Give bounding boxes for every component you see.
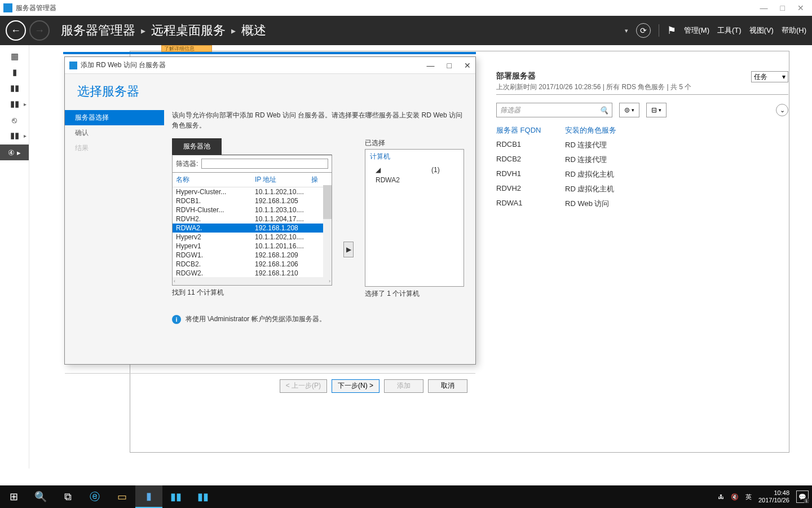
dropdown-icon[interactable]: ▾ — [625, 27, 628, 34]
tree-group[interactable]: ◢ (1) — [370, 166, 459, 174]
dialog-minimize-button[interactable]: — — [427, 61, 435, 70]
rail-dashboard-icon[interactable]: ▦ — [0, 49, 29, 64]
deployment-row[interactable]: RDCB2RD 连接代理 — [496, 152, 788, 167]
step-select[interactable]: 服务器选择 — [65, 110, 164, 125]
menu-help[interactable]: 帮助(H) — [782, 25, 806, 36]
collapse-icon[interactable]: ◢ — [376, 166, 381, 174]
deployment-row[interactable]: RDCB1RD 连接代理 — [496, 138, 788, 152]
pool-row[interactable]: RDCB1.192.168.1.205 — [173, 196, 332, 205]
selected-count: 选择了 1 个计算机 — [365, 289, 464, 299]
step-confirm[interactable]: 确认 — [65, 125, 164, 141]
taskview-button[interactable]: ⧉ — [54, 485, 81, 508]
cancel-button[interactable]: 取消 — [428, 379, 467, 393]
filter-input[interactable]: 筛选器 🔍 — [496, 103, 612, 117]
col-os[interactable]: 操 — [311, 175, 318, 185]
pool-list: 名称 IP 地址 操 Hyperv-Cluster...10.1.1.202,1… — [172, 173, 332, 286]
step-result: 结果 — [65, 141, 164, 156]
found-count: 找到 11 个计算机 — [172, 288, 332, 297]
rail-file-icon[interactable]: ▮▮▸ — [0, 96, 29, 112]
refresh-icon[interactable]: ⟳ — [636, 23, 651, 38]
dialog-maximize-button[interactable]: □ — [447, 61, 452, 70]
col-ip[interactable]: IP 地址 — [255, 175, 311, 185]
add-rdweb-dialog: 添加 RD Web 访问 台服务器 — □ ✕ 选择服务器 服务器选择 确认 结… — [64, 56, 476, 365]
pool-row[interactable]: RDWA2.192.168.1.208 — [173, 224, 332, 233]
nav-back-button[interactable]: ← — [6, 20, 26, 41]
next-button[interactable]: 下一步(N) > — [332, 379, 379, 393]
server-manager-taskbar-icon[interactable]: ▮ — [135, 485, 162, 508]
taskbar: ⊞ 🔍 ⧉ ⓔ ▭ ▮ ▮▮ ▮▮ 🖧 🔇 英 10:48 2017/10/26… — [0, 485, 812, 508]
explorer-icon[interactable]: ▭ — [108, 485, 135, 508]
selected-label: 已选择 — [365, 138, 464, 148]
rail-rds-overview-icon[interactable]: ④ ▸ — [0, 144, 29, 160]
dialog-body: 服务器选择 确认 结果 该向导允许你向部署中添加 RD Web 访问 台服务器。… — [65, 108, 475, 373]
menu-manage[interactable]: 管理(M) — [684, 25, 710, 36]
list-options-dropdown[interactable]: ⊜▾ — [619, 103, 639, 117]
breadcrumb-root[interactable]: 服务器管理器 — [61, 22, 135, 39]
selected-item[interactable]: RDWA2 — [370, 176, 459, 184]
pool-row[interactable]: RDVH-Cluster...10.1.1.203,10.... — [173, 205, 332, 214]
deployment-row[interactable]: RDVH2RD 虚拟化主机 — [496, 182, 788, 196]
clock-date: 2017/10/26 — [758, 497, 789, 504]
col-fqdn[interactable]: 服务器 FQDN — [496, 125, 565, 135]
filter-placeholder: 筛选器 — [500, 106, 520, 115]
dialog-top-accent — [63, 52, 476, 54]
dialog-controls: — □ ✕ — [427, 61, 471, 70]
add-to-selected-button[interactable]: ▶ — [343, 242, 354, 257]
expand-button[interactable]: ⌄ — [776, 104, 788, 116]
search-icon[interactable]: 🔍 — [599, 106, 608, 115]
add-button: 添加 — [384, 379, 423, 393]
volume-icon[interactable]: 🔇 — [731, 493, 739, 501]
workspace: ▦ ▮ ▮▮ ▮▮▸ ⎋ ▮▮▸ ④ ▸ 了解详细信息 任务 ▾ 部署服务器 上… — [0, 45, 812, 468]
clock[interactable]: 10:48 2017/10/26 — [758, 489, 789, 504]
rail-rds-icon[interactable]: ▮▮▸ — [0, 128, 29, 143]
network-icon[interactable]: 🖧 — [718, 493, 724, 500]
app1-icon[interactable]: ▮▮ — [162, 485, 189, 508]
maximize-button[interactable]: □ — [780, 3, 785, 12]
h-scrollbar[interactable]: ‹› — [173, 277, 332, 285]
save-options-dropdown[interactable]: ⊟▾ — [646, 103, 667, 117]
breadcrumb: 服务器管理器 ▸ 远程桌面服务 ▸ 概述 — [61, 22, 266, 39]
col-name[interactable]: 名称 — [176, 175, 255, 185]
minimize-button[interactable]: — — [760, 3, 768, 12]
start-button[interactable]: ⊞ — [0, 485, 27, 508]
ime-indicator[interactable]: 英 — [745, 493, 752, 501]
breadcrumb-l1[interactable]: 远程桌面服务 — [151, 22, 226, 39]
rail-all-icon[interactable]: ▮▮ — [0, 80, 29, 96]
app-icon — [3, 3, 12, 12]
breadcrumb-l2[interactable]: 概述 — [241, 22, 266, 39]
close-button[interactable]: ✕ — [797, 3, 804, 12]
pool-row[interactable]: RDGW2.192.168.1.210 — [173, 269, 332, 278]
pool-row[interactable]: RDGW1.192.168.1.209 — [173, 251, 332, 260]
v-scrollbar[interactable] — [323, 185, 332, 277]
pool-filter-input[interactable] — [201, 159, 328, 169]
pool-row[interactable]: RDVH2.10.1.1.204,17.... — [173, 214, 332, 224]
col-role[interactable]: 安装的角色服务 — [565, 125, 616, 135]
dialog-close-button[interactable]: ✕ — [464, 61, 471, 70]
pool-row[interactable]: Hyperv110.1.1.201,16.... — [173, 242, 332, 251]
menu-view[interactable]: 视图(V) — [749, 25, 774, 36]
info-icon: i — [172, 315, 181, 324]
pool-tab[interactable]: 服务器池 — [172, 138, 222, 155]
pool-filter-row: 筛选器: — [172, 155, 332, 173]
flag-icon[interactable]: ⚑ — [667, 24, 676, 37]
header-right: ▾ ⟳ ⚑ 管理(M) 工具(T) 视图(V) 帮助(H) — [625, 23, 807, 38]
app2-icon[interactable]: ▮▮ — [189, 485, 217, 508]
search-button[interactable]: 🔍 — [27, 485, 54, 508]
menu-tools[interactable]: 工具(T) — [717, 25, 742, 36]
ie-icon[interactable]: ⓔ — [81, 485, 108, 508]
tray: 🖧 🔇 英 10:48 2017/10/26 💬1 — [718, 489, 812, 504]
os-titlebar: 服务器管理器 — □ ✕ — [0, 0, 812, 16]
info-bar[interactable]: 了解详细信息 — [161, 45, 212, 52]
tasks-dropdown[interactable]: 任务 ▾ — [751, 71, 788, 82]
pool-row[interactable]: Hyperv210.1.1.202,10.... — [173, 233, 332, 242]
chevron-down-icon: ▾ — [782, 73, 785, 81]
pool-row[interactable]: RDCB2.192.168.1.206 — [173, 260, 332, 269]
server-pool: 服务器池 筛选器: 名称 IP 地址 操 — [172, 138, 332, 299]
notifications-icon[interactable]: 💬1 — [796, 491, 809, 503]
pool-row[interactable]: Hyperv-Cluster...10.1.1.202,10.... — [173, 187, 332, 196]
rail-local-icon[interactable]: ▮ — [0, 64, 29, 80]
deployment-row[interactable]: RDVH1RD 虚拟化主机 — [496, 167, 788, 182]
deployment-row[interactable]: RDWA1RD Web 访问 — [496, 196, 788, 211]
rail-hyperv-icon[interactable]: ⎋ — [0, 112, 29, 128]
dialog-titlebar[interactable]: 添加 RD Web 访问 台服务器 — □ ✕ — [65, 57, 475, 74]
